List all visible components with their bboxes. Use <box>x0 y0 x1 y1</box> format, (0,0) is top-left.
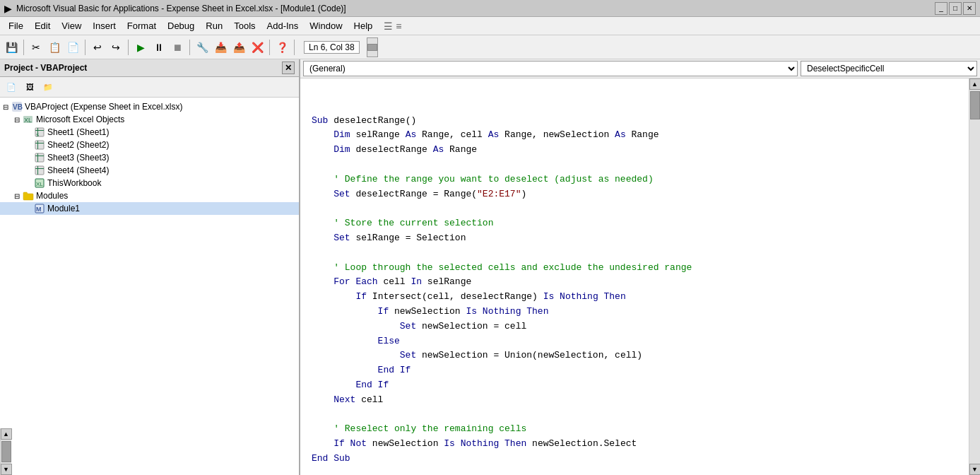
code-token: Next <box>312 394 361 405</box>
general-dropdown[interactable]: (General) <box>303 61 798 76</box>
tree-arrow-vbaproject: ⊟ <box>3 103 11 111</box>
code-token: newSelection.Select <box>526 438 637 449</box>
code-editor[interactable]: Sub deselectRange() Dim selRange As Rang… <box>300 78 969 475</box>
project-scrollbar[interactable]: ▲ ▼ <box>0 428 11 475</box>
toolbar-separator-3 <box>128 40 129 55</box>
code-token: deselectRange = Range( <box>355 189 477 199</box>
menu-item-window[interactable]: Window <box>304 19 348 33</box>
code-scroll-down[interactable]: ▼ <box>969 464 981 475</box>
stop-button[interactable]: ⏹ <box>169 39 186 56</box>
code-token: ' Reselect only the remaining cells <box>312 423 526 434</box>
tree-item-module1[interactable]: ▶ M Module1 <box>0 202 299 215</box>
menu-item-file[interactable]: File <box>3 19 29 33</box>
tree-item-excel-objects[interactable]: ⊟ XL Microsoft Excel Objects <box>0 113 299 126</box>
sheet3-icon <box>34 152 45 163</box>
code-token: If Not <box>312 438 372 449</box>
menu-item-format[interactable]: Format <box>122 19 162 33</box>
tree-item-sheet4[interactable]: ▶ Sheet4 (Sheet4) <box>0 164 299 177</box>
menu-item-tools[interactable]: Tools <box>228 19 261 33</box>
project-tree: ⊟ VB VBAProject (Expense Sheet in Excel.… <box>0 98 299 428</box>
project-close-button[interactable]: ✕ <box>282 61 295 74</box>
menu-item-add-ins[interactable]: Add-Ins <box>261 19 305 33</box>
import-button[interactable]: 📥 <box>212 39 229 56</box>
excel-folder-icon: XL <box>23 114 34 125</box>
tree-label-sheet3: Sheet3 (Sheet3) <box>47 153 109 163</box>
tree-arrow-excel-objects: ⊟ <box>14 116 23 124</box>
menu-item-debug[interactable]: Debug <box>162 19 200 33</box>
code-token: Set <box>312 321 422 332</box>
svg-text:XL: XL <box>24 117 32 124</box>
code-token: In <box>411 276 422 287</box>
project-panel: Project - VBAProject ✕ 📄 🖼 📁 ⊟ VB VBAPro… <box>0 59 300 475</box>
run-button[interactable]: ▶ <box>132 39 149 56</box>
maximize-button[interactable]: □ <box>949 2 962 15</box>
undo-button[interactable]: ↩ <box>89 39 106 56</box>
code-scrollbar[interactable]: ▲ ▼ <box>969 78 980 475</box>
project-scroll-up[interactable]: ▲ <box>1 428 12 440</box>
app-icon: ▶ <box>4 3 12 14</box>
svg-rect-16 <box>37 166 38 175</box>
code-token: Dim <box>312 129 355 140</box>
code-line: Dim selRange As Range, cell As Range, ne… <box>312 128 957 143</box>
pause-button[interactable]: ⏸ <box>150 39 167 56</box>
tree-item-sheet2[interactable]: ▶ Sheet2 (Sheet2) <box>0 139 299 151</box>
tree-item-modules[interactable]: ⊟ Modules <box>0 189 299 202</box>
paste-button[interactable]: 📄 <box>64 39 81 56</box>
tree-item-thisworkbook[interactable]: ▶ XL ThisWorkbook <box>0 177 299 189</box>
code-token: Dim <box>312 144 355 155</box>
tree-label-thisworkbook: ThisWorkbook <box>47 178 101 188</box>
code-token: Set <box>312 189 355 199</box>
code-token: Sub <box>312 115 333 126</box>
copy-button[interactable]: 📋 <box>46 39 63 56</box>
project-scroll-thumb[interactable] <box>1 441 11 462</box>
code-token: Set <box>312 233 355 243</box>
tree-item-vbaproject[interactable]: ⊟ VB VBAProject (Expense Sheet in Excel.… <box>0 100 299 113</box>
tree-item-sheet1[interactable]: ▶ S Sheet1 (Sheet1) <box>0 126 299 139</box>
menu-item-view[interactable]: View <box>56 19 87 33</box>
code-scroll-up[interactable]: ▲ <box>969 78 981 90</box>
menu-separator: ☰ ≡ <box>384 20 401 32</box>
svg-text:S: S <box>36 133 39 137</box>
menu-item-help[interactable]: Help <box>348 19 379 33</box>
code-line: Set newSelection = Union(newSelection, c… <box>312 348 957 363</box>
menu-item-edit[interactable]: Edit <box>29 19 56 33</box>
view-code-button[interactable]: 📄 <box>3 78 20 95</box>
code-token: Range <box>626 129 659 140</box>
svg-rect-15 <box>35 168 44 169</box>
code-token: End If <box>312 365 411 375</box>
svg-text:M: M <box>36 206 42 213</box>
help-button[interactable]: ❓ <box>273 39 290 56</box>
view-object-button[interactable]: 🖼 <box>21 78 38 95</box>
toggle-folders-button[interactable]: 📁 <box>40 78 57 95</box>
menu-item-insert[interactable]: Insert <box>87 19 122 33</box>
svg-rect-5 <box>35 130 44 131</box>
code-token: ' Store the current selection <box>312 218 493 228</box>
remove-button[interactable]: ❌ <box>249 39 266 56</box>
code-token: ' Loop through the selected cells and ex… <box>312 262 692 273</box>
userform-button[interactable]: 🔧 <box>194 39 211 56</box>
code-token: newSelection <box>372 438 444 449</box>
code-token: newSelection <box>394 306 466 317</box>
title-text: Microsoft Visual Basic for Applications … <box>16 4 931 13</box>
menu-item-run[interactable]: Run <box>200 19 228 33</box>
cut-button[interactable]: ✂ <box>28 39 45 56</box>
project-toolbar: 📄 🖼 📁 <box>0 77 299 98</box>
export-button[interactable]: 📤 <box>230 39 247 56</box>
svg-rect-10 <box>37 141 38 149</box>
tree-label-sheet4: Sheet4 (Sheet4) <box>47 165 109 175</box>
code-token: selRange <box>355 129 405 140</box>
code-scroll-thumb[interactable] <box>970 91 980 119</box>
tree-label-module1: Module1 <box>47 204 80 213</box>
procedure-dropdown[interactable]: DeselectSpecificCell <box>801 61 977 76</box>
code-line <box>312 158 957 172</box>
close-button[interactable]: ✕ <box>963 2 976 15</box>
project-scroll-down[interactable]: ▼ <box>1 464 12 475</box>
minimize-button[interactable]: _ <box>935 2 947 15</box>
code-line <box>312 246 957 261</box>
toolbar-scrollbar[interactable] <box>367 37 378 57</box>
project-title: Project - VBAProject <box>4 63 87 73</box>
save-button[interactable]: 💾 <box>3 39 20 56</box>
tree-item-sheet3[interactable]: ▶ Sheet3 (Sheet3) <box>0 151 299 164</box>
redo-button[interactable]: ↪ <box>107 39 124 56</box>
vbaproject-icon: VB <box>11 101 23 112</box>
